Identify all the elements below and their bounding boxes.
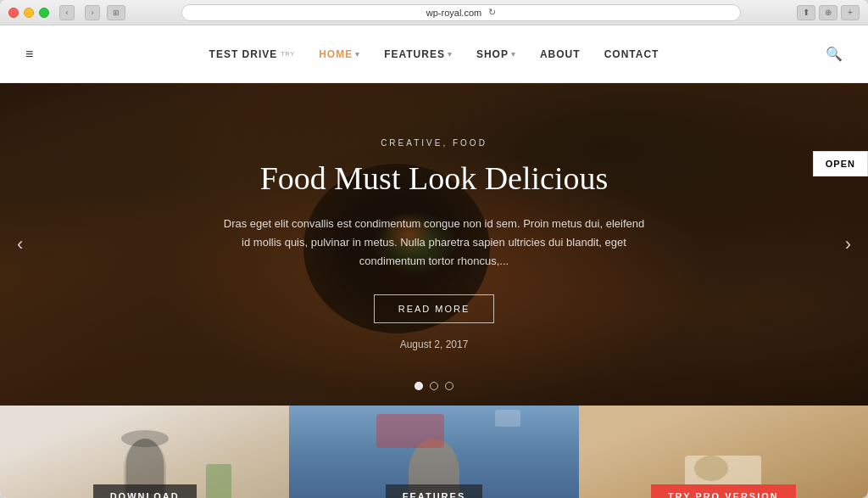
hero-next-button[interactable]: ›: [845, 233, 851, 255]
maximize-button[interactable]: [39, 8, 49, 18]
card-download-overlay: DOWNLOAD: [0, 406, 289, 498]
title-bar: ‹ › ⊞ wp-royal.com ↻ ⬆ ⊕ +: [0, 0, 868, 25]
card-pro-label: TRY PRO VERSION: [651, 484, 796, 498]
card-features[interactable]: FEATURES: [289, 406, 578, 498]
top-nav: ≡ TEST DRIVETRY HOME ▾ FEATURES ▾ SHOP ▾: [0, 25, 868, 83]
address-bar[interactable]: wp-royal.com ↻: [181, 4, 741, 21]
card-features-overlay: FEATURES: [289, 406, 578, 498]
hamburger-menu[interactable]: ≡: [25, 47, 33, 62]
nav-links: TEST DRIVETRY HOME ▾ FEATURES ▾ SHOP ▾ A…: [209, 48, 659, 60]
hero-dots: [415, 382, 453, 390]
hero-date: August 2, 2017: [400, 339, 469, 350]
hero-tag: CREATIVE, FOOD: [381, 138, 487, 148]
search-icon[interactable]: 🔍: [826, 46, 843, 62]
shop-chevron-icon: ▾: [511, 50, 516, 59]
card-download-label: DOWNLOAD: [93, 484, 197, 498]
hero-slider: CREATIVE, FOOD Food Must Look Delicious …: [0, 83, 868, 406]
hero-cta-button[interactable]: READ MORE: [374, 294, 495, 323]
card-features-label: FEATURES: [386, 484, 482, 498]
card-pro[interactable]: TRY PRO VERSION: [579, 406, 868, 498]
hero-dot-3[interactable]: [445, 382, 453, 390]
nav-item-test-drive[interactable]: TEST DRIVETRY: [209, 48, 296, 60]
mac-window: ‹ › ⊞ wp-royal.com ↻ ⬆ ⊕ + ≡ TEST DRIVET…: [0, 0, 868, 498]
features-chevron-icon: ▾: [448, 50, 453, 59]
open-button[interactable]: OPEN: [813, 151, 868, 176]
site-content: ≡ TEST DRIVETRY HOME ▾ FEATURES ▾ SHOP ▾: [0, 25, 868, 498]
hero-dot-1[interactable]: [415, 382, 423, 390]
hero-dot-2[interactable]: [430, 382, 438, 390]
share-button[interactable]: ⬆: [797, 5, 815, 20]
hero-content: CREATIVE, FOOD Food Must Look Delicious …: [0, 83, 868, 406]
nav-item-contact[interactable]: CONTACT: [604, 48, 659, 60]
new-tab-button[interactable]: +: [841, 5, 860, 20]
nav-item-home[interactable]: HOME ▾: [319, 48, 360, 60]
toolbar-right: ⬆ ⊕ +: [797, 5, 860, 20]
nav-item-shop[interactable]: SHOP ▾: [476, 48, 516, 60]
card-pro-overlay: TRY PRO VERSION: [579, 406, 868, 498]
card-download[interactable]: DOWNLOAD: [0, 406, 289, 498]
add-bookmark-button[interactable]: ⊕: [819, 5, 837, 20]
url-text: wp-royal.com: [426, 8, 481, 18]
hero-description: Dras eget elit convallis est condimentum…: [222, 215, 646, 271]
forward-button[interactable]: ›: [85, 5, 100, 20]
bottom-cards: DOWNLOAD FEATURES TRY PRO: [0, 406, 868, 498]
close-button[interactable]: [8, 8, 19, 18]
nav-item-features[interactable]: FEATURES ▾: [384, 48, 453, 60]
nav-item-about[interactable]: ABOUT: [540, 48, 581, 60]
hero-title: Food Must Look Delicious: [260, 159, 609, 199]
hero-prev-button[interactable]: ‹: [17, 233, 23, 255]
home-chevron-icon: ▾: [355, 50, 360, 59]
tab-list-button[interactable]: ⊞: [107, 5, 125, 20]
back-button[interactable]: ‹: [59, 5, 75, 20]
minimize-button[interactable]: [24, 8, 34, 18]
reload-button[interactable]: ↻: [488, 7, 496, 18]
